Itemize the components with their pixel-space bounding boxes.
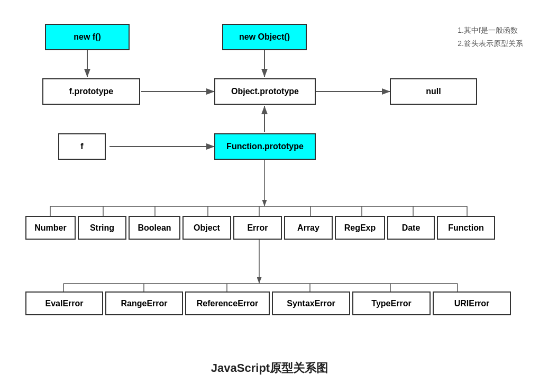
null-box: null (390, 78, 477, 105)
regexp-box: RegExp (335, 216, 385, 240)
array-box: Array (284, 216, 333, 240)
object-box: Object (182, 216, 231, 240)
object-label: Object (194, 223, 220, 233)
boolean-label: Boolean (138, 223, 171, 233)
syntaxerror-label: SyntaxError (287, 299, 335, 308)
urierror-box: URIError (433, 291, 511, 315)
f-prototype-label: f.prototype (69, 87, 114, 96)
referenceerror-label: ReferenceError (197, 299, 259, 308)
string-label: String (90, 223, 114, 233)
legend-line1: 1.其中f是一般函数 (458, 24, 523, 37)
boolean-box: Boolean (129, 216, 180, 240)
number-box: Number (25, 216, 76, 240)
function-prototype-label: Function.prototype (226, 142, 304, 151)
f-box: f (58, 133, 106, 160)
f-label: f (80, 142, 83, 151)
null-label: null (426, 87, 441, 96)
number-label: Number (34, 223, 66, 233)
new-f-box: new f() (45, 24, 130, 50)
rangeerror-box: RangeError (105, 291, 183, 315)
legend-line2: 2.箭头表示原型关系 (458, 37, 523, 50)
regexp-label: RegExp (344, 223, 376, 233)
function-prototype-box: Function.prototype (214, 133, 316, 160)
urierror-label: URIError (454, 299, 490, 308)
string-box: String (78, 216, 126, 240)
error-label: Error (247, 223, 268, 233)
function-label: Function (448, 223, 484, 233)
diagram-title: JavaScript原型关系图 (211, 360, 328, 376)
new-f-label: new f() (74, 32, 101, 42)
diagram: new f() new Object() f.prototype Object.… (0, 0, 539, 392)
error-box: Error (233, 216, 282, 240)
evalerror-box: EvalError (25, 291, 103, 315)
f-prototype-box: f.prototype (42, 78, 140, 105)
new-object-label: new Object() (239, 32, 290, 42)
legend: 1.其中f是一般函数 2.箭头表示原型关系 (458, 24, 523, 50)
function-box: Function (437, 216, 495, 240)
array-label: Array (297, 223, 319, 233)
arrows-svg (0, 0, 539, 392)
date-label: Date (402, 223, 421, 233)
date-box: Date (387, 216, 435, 240)
object-prototype-box: Object.prototype (214, 78, 316, 105)
syntaxerror-box: SyntaxError (272, 291, 350, 315)
new-object-box: new Object() (222, 24, 307, 50)
evalerror-label: EvalError (45, 299, 83, 308)
referenceerror-box: ReferenceError (185, 291, 270, 315)
rangeerror-label: RangeError (121, 299, 167, 308)
typeerror-box: TypeError (352, 291, 431, 315)
typeerror-label: TypeError (371, 299, 411, 308)
object-prototype-label: Object.prototype (231, 87, 299, 96)
